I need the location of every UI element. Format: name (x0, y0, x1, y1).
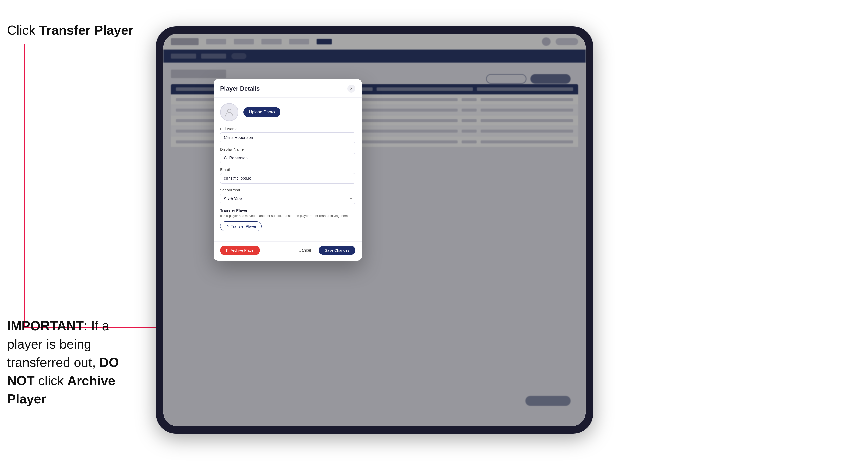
avatar-upload-row: Upload Photo (220, 103, 355, 121)
display-name-label: Display Name (220, 147, 355, 151)
upload-photo-button[interactable]: Upload Photo (243, 107, 280, 117)
annotation-vertical-line (24, 44, 25, 328)
transfer-player-section: Transfer Player If this player has moved… (220, 208, 355, 231)
player-details-modal: Player Details × Upload Photo (214, 79, 362, 261)
transfer-section-label: Transfer Player (220, 208, 355, 212)
instruction-bottom: IMPORTANT: If a player is being transfer… (7, 317, 148, 408)
save-changes-button[interactable]: Save Changes (319, 246, 355, 255)
modal-footer: ⬆ Archive Player Cancel Save Changes (214, 241, 362, 261)
modal-body: Upload Photo Full Name Display Name (214, 97, 362, 241)
instruction-top-prefix: Click (7, 23, 39, 37)
archive-player-button[interactable]: ⬆ Archive Player (220, 246, 260, 255)
instruction-important: IMPORTANT (7, 318, 84, 333)
archive-icon: ⬆ (225, 248, 228, 253)
archive-btn-label: Archive Player (230, 248, 255, 252)
email-group: Email (220, 167, 355, 184)
cancel-button[interactable]: Cancel (294, 246, 315, 255)
avatar-circle (220, 103, 238, 121)
instruction-top-bold: Transfer Player (39, 23, 133, 37)
full-name-input[interactable] (220, 132, 355, 143)
school-year-select[interactable]: First Year Second Year Third Year Fourth… (220, 193, 355, 204)
user-avatar-icon (225, 107, 234, 117)
transfer-section-description: If this player has moved to another scho… (220, 213, 355, 218)
school-year-label: School Year (220, 188, 355, 192)
school-year-select-wrapper: First Year Second Year Third Year Fourth… (220, 193, 355, 204)
email-input[interactable] (220, 173, 355, 184)
transfer-icon: ↺ (225, 224, 229, 229)
modal-title: Player Details (220, 85, 260, 92)
tablet-screen: Player Details × Upload Photo (163, 34, 586, 426)
instruction-top: Click Transfer Player (7, 23, 133, 38)
transfer-btn-label: Transfer Player (231, 224, 256, 228)
modal-close-button[interactable]: × (347, 85, 355, 93)
svg-point-0 (227, 109, 231, 113)
modal-overlay: Player Details × Upload Photo (163, 34, 586, 426)
instruction-text2: click (35, 373, 67, 388)
tablet-frame: Player Details × Upload Photo (156, 26, 593, 434)
display-name-group: Display Name (220, 147, 355, 163)
school-year-group: School Year First Year Second Year Third… (220, 188, 355, 204)
transfer-player-button[interactable]: ↺ Transfer Player (220, 221, 262, 231)
full-name-group: Full Name (220, 127, 355, 143)
display-name-input[interactable] (220, 153, 355, 163)
email-label: Email (220, 167, 355, 172)
modal-header: Player Details × (214, 79, 362, 97)
full-name-label: Full Name (220, 127, 355, 131)
